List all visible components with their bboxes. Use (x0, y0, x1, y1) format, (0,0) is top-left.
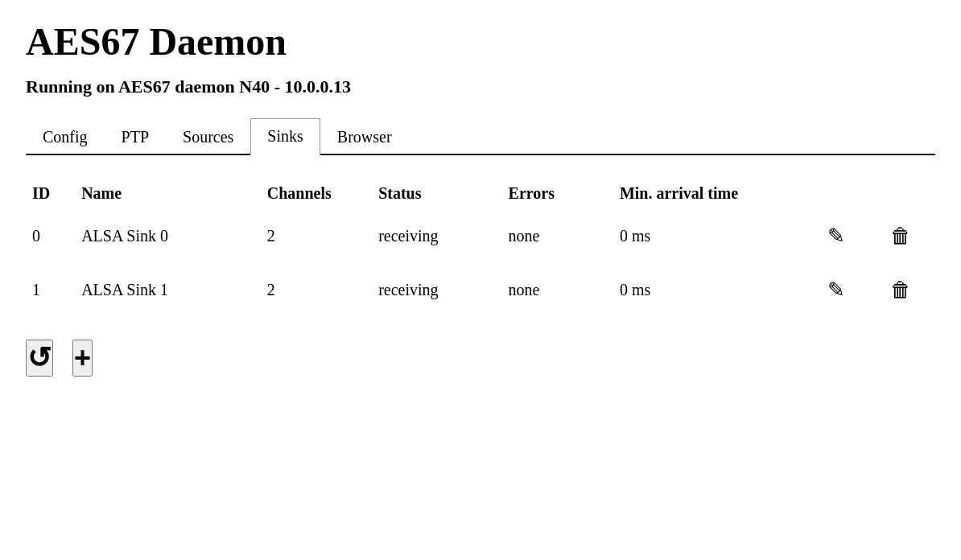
table-row: 1 ALSA Sink 1 2 receiving none 0 ms ✎ 🗑 (26, 263, 935, 317)
sink-id-1: 1 (26, 263, 81, 317)
tab-sinks[interactable]: Sinks (250, 118, 320, 155)
sink-edit-cell-1: ✎ (806, 263, 880, 317)
refresh-button[interactable]: ↻ (26, 340, 53, 377)
sink-errors-0: none (509, 209, 620, 263)
edit-sink-1-button[interactable]: ✎ (824, 274, 848, 306)
col-header-edit (806, 178, 880, 209)
sink-id-0: 0 (26, 209, 81, 263)
delete-sink-0-button[interactable]: 🗑 (887, 220, 914, 252)
add-sink-button[interactable]: + (72, 340, 93, 377)
tab-config[interactable]: Config (26, 118, 105, 155)
sink-min-arrival-0: 0 ms (620, 209, 806, 263)
sink-status-1: receiving (378, 263, 508, 317)
tab-sources[interactable]: Sources (166, 118, 250, 155)
refresh-icon: ↻ (27, 341, 52, 375)
page-title: AES67 Daemon (26, 19, 935, 64)
sink-delete-cell-0: 🗑 (880, 209, 935, 263)
tab-bar: Config PTP Sources Sinks Browser (26, 117, 935, 155)
col-header-name: Name (81, 178, 267, 209)
edit-sink-0-button[interactable]: ✎ (824, 220, 848, 252)
edit-icon: ✎ (827, 224, 845, 249)
delete-sink-1-button[interactable]: 🗑 (887, 274, 914, 306)
sinks-table: ID Name Channels Status Errors Min. arri… (26, 178, 935, 317)
sink-channels-0: 2 (267, 209, 378, 263)
sink-delete-cell-1: 🗑 (880, 263, 935, 317)
bottom-actions: ↻ + (26, 340, 935, 377)
table-row: 0 ALSA Sink 0 2 receiving none 0 ms ✎ 🗑 (26, 209, 935, 263)
col-header-id: ID (26, 178, 81, 209)
col-header-errors: Errors (509, 178, 620, 209)
sink-status-0: receiving (378, 209, 508, 263)
subtitle: Running on AES67 daemon N40 - 10.0.0.13 (26, 76, 935, 97)
col-header-delete (880, 178, 935, 209)
trash-icon: 🗑 (890, 224, 911, 249)
col-header-min-arrival: Min. arrival time (620, 178, 806, 209)
sink-min-arrival-1: 0 ms (620, 263, 806, 317)
sink-name-1: ALSA Sink 1 (81, 263, 267, 317)
tab-ptp[interactable]: PTP (105, 118, 166, 155)
trash-icon: 🗑 (890, 278, 911, 303)
sink-errors-1: none (509, 263, 620, 317)
sink-edit-cell-0: ✎ (806, 209, 880, 263)
col-header-status: Status (378, 178, 508, 209)
col-header-channels: Channels (267, 178, 378, 209)
add-icon: + (74, 341, 91, 374)
edit-icon: ✎ (827, 278, 845, 303)
sink-channels-1: 2 (267, 263, 378, 317)
sink-name-0: ALSA Sink 0 (81, 209, 267, 263)
tab-browser[interactable]: Browser (320, 118, 409, 155)
